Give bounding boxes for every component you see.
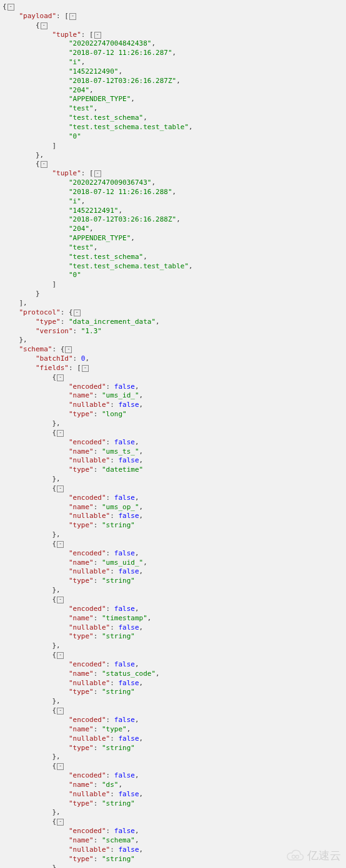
json-key: "type" (69, 466, 94, 474)
json-string-value: "2018-07-12T03:26:16.288Z" (69, 215, 176, 223)
collapse-toggle-icon[interactable]: - (57, 597, 64, 603)
json-key: "nullable" (69, 734, 110, 743)
svg-point-0 (292, 855, 295, 858)
json-string-value: "ums_uid_" (102, 558, 143, 567)
json-string-value: "type" (102, 725, 127, 733)
collapse-toggle-icon[interactable]: - (57, 374, 64, 381)
json-string-value: "ums_ts_" (102, 447, 139, 456)
json-viewer: {- "payload": [- {- "tuple": [- "2020227… (2, 2, 344, 868)
json-key: "encoded" (69, 660, 106, 668)
json-key: "encoded" (69, 605, 106, 613)
json-string-value: "ds" (102, 781, 119, 789)
json-key: "nullable" (69, 679, 110, 687)
collapse-toggle-icon[interactable]: - (57, 708, 64, 714)
json-key: "encoded" (69, 549, 106, 557)
json-key: "encoded" (69, 827, 106, 835)
json-boolean-value: false (118, 456, 139, 464)
svg-point-1 (296, 855, 299, 858)
collapse-toggle-icon[interactable]: - (41, 22, 47, 29)
json-key: "type" (69, 577, 94, 585)
json-boolean-value: false (114, 438, 135, 446)
json-string-value: "202022747004842438" (69, 39, 151, 47)
json-key: "name" (69, 781, 94, 789)
collapse-toggle-icon[interactable]: - (65, 346, 72, 353)
json-key: "protocol" (19, 308, 61, 316)
watermark: 亿速云 (286, 848, 341, 863)
json-string-value: "ums_id_" (102, 391, 139, 399)
collapse-toggle-icon[interactable]: - (57, 430, 64, 437)
json-string-value: "string" (102, 521, 135, 529)
json-string-value: "status_code" (102, 670, 156, 678)
json-string-value: "test" (69, 104, 94, 112)
json-key: "encoded" (69, 771, 106, 779)
collapse-toggle-icon[interactable]: - (7, 4, 14, 11)
json-string-value: "string" (102, 855, 135, 863)
json-string-value: "0" (69, 132, 81, 140)
json-string-value: "datetime" (102, 466, 143, 474)
json-key: "type" (69, 410, 94, 418)
json-key: "name" (69, 670, 94, 678)
json-boolean-value: false (114, 383, 135, 391)
collapse-toggle-icon[interactable]: - (57, 485, 64, 492)
collapse-toggle-icon[interactable]: - (69, 13, 76, 20)
json-string-value: "test.test_schema" (69, 114, 143, 122)
json-number-value: 0 (81, 354, 86, 363)
json-string-value: "0" (69, 271, 81, 279)
collapse-toggle-icon[interactable]: - (94, 170, 101, 177)
json-key: "name" (69, 725, 94, 733)
json-string-value: "APPENDER_TYPE" (69, 234, 131, 242)
json-key: "nullable" (69, 401, 110, 409)
collapse-toggle-icon[interactable]: - (41, 161, 47, 168)
json-key: "nullable" (69, 623, 110, 631)
json-key: "tuple" (52, 169, 81, 177)
collapse-toggle-icon[interactable]: - (57, 819, 64, 826)
json-string-value: "long" (102, 410, 127, 418)
json-key: "name" (69, 503, 94, 511)
json-string-value: "i" (69, 58, 81, 66)
json-string-value: "204" (69, 86, 89, 94)
json-key: "batchId" (36, 354, 73, 363)
json-boolean-value: false (118, 679, 139, 687)
json-string-value: "2018-07-12T03:26:16.287Z" (69, 77, 176, 85)
json-string-value: "test.test_schema" (69, 253, 143, 261)
collapse-toggle-icon[interactable]: - (82, 365, 89, 372)
json-key: "fields" (36, 364, 69, 372)
json-key: "name" (69, 614, 94, 622)
json-boolean-value: false (114, 549, 135, 557)
json-string-value: "ums_op_" (102, 503, 139, 511)
json-key: "name" (69, 391, 94, 399)
collapse-toggle-icon[interactable]: - (94, 32, 101, 39)
json-string-value: "APPENDER_TYPE" (69, 95, 131, 103)
json-boolean-value: false (118, 512, 139, 520)
json-key: "nullable" (69, 846, 110, 854)
json-key: "payload" (19, 12, 57, 20)
json-boolean-value: false (118, 734, 139, 743)
json-key: "version" (36, 327, 73, 335)
json-boolean-value: false (114, 716, 135, 724)
json-string-value: "schema" (102, 836, 135, 844)
json-string-value: "1.3" (81, 327, 102, 335)
json-key: "schema" (19, 345, 52, 353)
collapse-toggle-icon[interactable]: - (57, 541, 64, 548)
collapse-toggle-icon[interactable]: - (74, 310, 81, 316)
collapse-toggle-icon[interactable]: - (57, 652, 64, 659)
json-boolean-value: false (118, 401, 139, 409)
watermark-text: 亿速云 (307, 848, 341, 863)
json-key: "nullable" (69, 512, 110, 520)
json-key: "type" (69, 632, 94, 640)
collapse-toggle-icon[interactable]: - (57, 763, 64, 770)
json-key: "tuple" (52, 31, 81, 39)
json-string-value: "string" (102, 577, 135, 585)
json-boolean-value: false (114, 827, 135, 835)
json-boolean-value: false (118, 846, 139, 854)
json-boolean-value: false (118, 790, 139, 798)
json-key: "name" (69, 836, 94, 844)
json-boolean-value: false (118, 567, 139, 575)
json-boolean-value: false (114, 660, 135, 668)
json-key: "type" (36, 318, 61, 326)
json-key: "nullable" (69, 567, 110, 575)
json-string-value: "timestamp" (102, 614, 147, 622)
json-string-value: "i" (69, 197, 81, 205)
json-boolean-value: false (114, 494, 135, 502)
json-key: "encoded" (69, 494, 106, 502)
